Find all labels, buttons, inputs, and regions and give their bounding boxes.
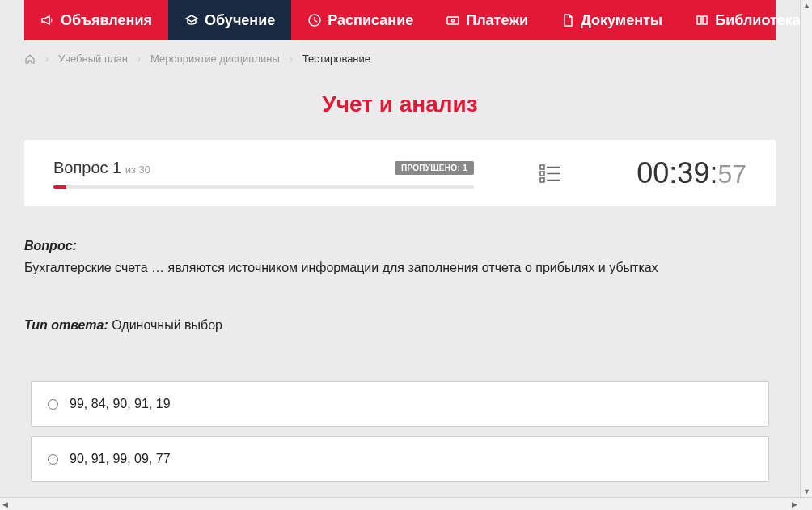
payment-icon xyxy=(446,13,460,28)
breadcrumb-link[interactable]: Мероприятие дисциплины xyxy=(150,53,280,65)
nav-label: Документы xyxy=(581,12,662,29)
answer-option[interactable]: 90, 91, 99, 09, 77 xyxy=(31,436,769,482)
chevron-right-icon: › xyxy=(45,53,49,65)
megaphone-icon xyxy=(40,13,55,28)
svg-rect-5 xyxy=(540,172,544,176)
breadcrumb-current: Тестирование xyxy=(302,53,370,65)
nav-library[interactable]: Библиотека xyxy=(679,0,800,40)
answer-type-value: Одиночный выбор xyxy=(112,318,222,332)
status-panel: Вопрос 1 из 30 ПРОПУЩЕНО: 1 00:39:57 xyxy=(24,140,776,206)
nav-label: Платежи xyxy=(466,12,528,29)
chevron-right-icon: › xyxy=(290,53,293,65)
progress-fill xyxy=(53,185,66,189)
breadcrumb-link[interactable]: Учебный план xyxy=(58,53,128,65)
progress-bar xyxy=(53,185,474,189)
question-list-button[interactable] xyxy=(539,162,561,185)
vertical-scrollbar[interactable] xyxy=(800,0,812,497)
svg-rect-3 xyxy=(540,165,544,169)
main-nav: Объявления Обучение Расписание Платежи Д… xyxy=(24,0,776,40)
nav-learning[interactable]: Обучение xyxy=(168,0,291,40)
nav-payments[interactable]: Платежи xyxy=(429,0,544,40)
clock-icon xyxy=(307,13,322,28)
nav-label: Расписание xyxy=(328,12,413,29)
answer-text: 99, 84, 90, 91, 19 xyxy=(70,397,171,411)
svg-rect-7 xyxy=(540,178,544,182)
question-number: Вопрос 1 xyxy=(53,159,121,176)
timer-main: 00:39: xyxy=(636,156,717,190)
document-icon xyxy=(560,13,575,28)
nav-label: Библиотека xyxy=(715,12,800,29)
answer-type-label: Тип ответа: xyxy=(24,318,108,332)
nav-label: Обучение xyxy=(205,12,275,29)
question-label: Вопрос: xyxy=(24,239,776,253)
timer: 00:39:57 xyxy=(636,156,746,190)
nav-documents[interactable]: Документы xyxy=(544,0,679,40)
chevron-right-icon: › xyxy=(137,53,141,65)
horizontal-scrollbar[interactable] xyxy=(0,497,812,510)
progress-block: Вопрос 1 из 30 ПРОПУЩЕНО: 1 xyxy=(53,159,474,189)
question-section: Вопрос: Бухгалтерские счета … являются и… xyxy=(24,239,776,333)
question-text: Бухгалтерские счета … являются источнико… xyxy=(24,258,776,278)
question-total: из 30 xyxy=(125,164,150,176)
timer-seconds: 57 xyxy=(717,159,746,189)
nav-label: Объявления xyxy=(61,12,152,29)
page-title: Учет и анализ xyxy=(0,91,800,117)
answer-option[interactable]: 99, 84, 90, 91, 19 xyxy=(31,381,769,427)
svg-rect-1 xyxy=(447,17,459,24)
answer-text: 90, 91, 99, 09, 77 xyxy=(70,452,171,466)
skipped-badge: ПРОПУЩЕНО: 1 xyxy=(395,161,474,175)
svg-point-2 xyxy=(452,19,455,22)
answer-type-row: Тип ответа: Одиночный выбор xyxy=(24,318,776,333)
nav-announcements[interactable]: Объявления xyxy=(24,0,168,40)
library-icon xyxy=(695,13,709,28)
home-icon[interactable] xyxy=(24,53,36,65)
answer-radio[interactable] xyxy=(48,399,58,410)
answers-list: 99, 84, 90, 91, 19 90, 91, 99, 09, 77 xyxy=(24,381,776,482)
nav-schedule[interactable]: Расписание xyxy=(291,0,429,40)
graduation-icon xyxy=(184,13,199,28)
breadcrumb: › Учебный план › Мероприятие дисциплины … xyxy=(0,40,800,77)
answer-radio[interactable] xyxy=(48,454,58,465)
